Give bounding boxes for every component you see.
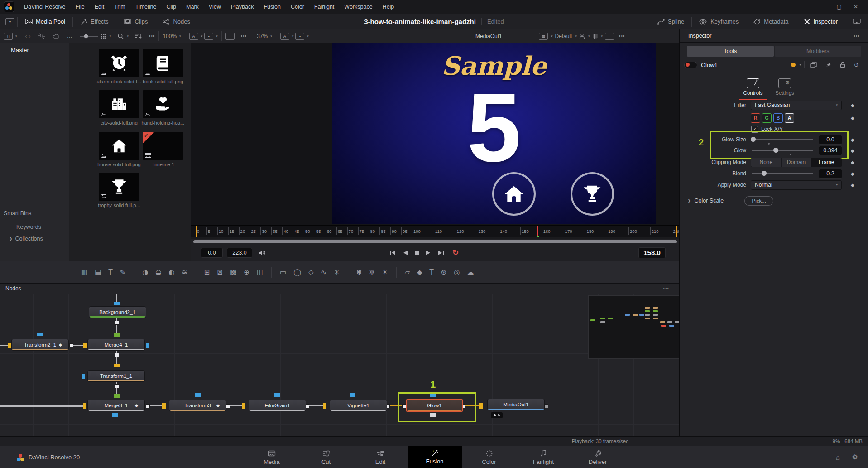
media-pool-more-icon[interactable]: ••• bbox=[149, 34, 155, 39]
cloud-icon[interactable] bbox=[53, 33, 60, 39]
range-end-field[interactable]: 223.0 bbox=[227, 248, 252, 258]
page-tab-cut[interactable]: Cut bbox=[299, 446, 353, 468]
delta-keyer-tool-icon[interactable]: ▩ bbox=[230, 268, 236, 276]
menu-trim[interactable]: Trim bbox=[109, 4, 130, 10]
quick-menu-chevron[interactable]: ▾ bbox=[5, 18, 14, 25]
reset-icon[interactable]: ↺ bbox=[854, 62, 859, 68]
keyframe-diamond-icon[interactable]: ◆ bbox=[851, 116, 854, 121]
panel-layout-icon[interactable] bbox=[845, 14, 868, 29]
node-merge3-1[interactable]: Merge3_1◆ bbox=[87, 400, 145, 411]
node-background2-1[interactable]: Background2_1 bbox=[89, 306, 146, 318]
minimap-viewport[interactable] bbox=[628, 311, 678, 328]
clip-house[interactable] bbox=[99, 132, 139, 160]
menu-workspace[interactable]: Workspace bbox=[339, 4, 377, 10]
menu-file[interactable]: File bbox=[70, 4, 89, 10]
viewer-panel[interactable]: Sample 5 bbox=[191, 43, 679, 225]
page-tab-media[interactable]: Media bbox=[245, 446, 299, 468]
home-project-icon[interactable]: ⌂ bbox=[836, 454, 840, 461]
viewer-more-left-icon[interactable]: ••• bbox=[241, 34, 247, 39]
clips-button[interactable]: Clips bbox=[116, 14, 155, 29]
grid-view-icon[interactable] bbox=[101, 34, 107, 39]
window-minimize-icon[interactable]: – bbox=[822, 4, 825, 10]
nodes-button[interactable]: Nodes bbox=[155, 14, 197, 29]
blur-tool-icon[interactable]: ≋ bbox=[182, 268, 187, 276]
pin-icon[interactable] bbox=[825, 62, 831, 68]
polygon-mask-tool-icon[interactable]: ◇ bbox=[308, 268, 314, 276]
keyframes-button[interactable]: Keyframes bbox=[692, 14, 746, 29]
current-frame-field[interactable]: 158.0 bbox=[638, 247, 666, 258]
viewer-a-icon[interactable]: A bbox=[280, 33, 289, 40]
hue-curves-tool-icon[interactable]: ◐ bbox=[168, 268, 174, 276]
keyframe-diamond-icon[interactable]: ◆ bbox=[851, 171, 854, 176]
menu-clip[interactable]: Clip bbox=[162, 4, 182, 10]
blend-value[interactable]: 0.2 bbox=[819, 169, 842, 179]
node-transform2-1[interactable]: Transform2_1◆ bbox=[11, 339, 69, 351]
clipping-frame-button[interactable]: Frame bbox=[811, 158, 841, 167]
keyframe-diamond-icon[interactable]: ◆ bbox=[851, 148, 854, 153]
menu-app[interactable]: DaVinci Resolve bbox=[19, 4, 70, 10]
page-tab-color[interactable]: Color bbox=[462, 446, 516, 468]
connection-line[interactable] bbox=[0, 405, 83, 407]
bin-panel-toggle-icon[interactable]: ▯ bbox=[4, 33, 13, 40]
node-merge4-1[interactable]: Merge4_1 bbox=[87, 339, 145, 351]
clip-timeline[interactable]: ✓ bbox=[143, 132, 183, 160]
page-tab-edit[interactable]: Edit bbox=[353, 446, 408, 468]
transform-tool-icon[interactable]: ⊞ bbox=[204, 268, 210, 276]
node-mediaout1[interactable]: MediaOut1 bbox=[487, 399, 545, 410]
timeline-ruler[interactable]: 0510152025303540455055606570758085909510… bbox=[191, 225, 679, 237]
timeline-scrollbar[interactable] bbox=[191, 239, 679, 245]
tab-tools[interactable]: Tools bbox=[687, 46, 774, 57]
viewer-fill-icon[interactable]: ▪ bbox=[295, 33, 304, 40]
smart-bin-collections[interactable]: ❯Collections bbox=[0, 233, 69, 245]
text-tool-icon[interactable]: T bbox=[108, 268, 112, 276]
media-in-tool-icon[interactable]: ▥ bbox=[81, 268, 87, 276]
connection-line[interactable] bbox=[73, 345, 83, 346]
particle-render-tool-icon[interactable]: ✴ bbox=[382, 268, 388, 276]
channel-g-button[interactable]: G bbox=[762, 113, 772, 123]
clipping-none-button[interactable]: None bbox=[751, 158, 782, 167]
clip-trophy[interactable] bbox=[99, 173, 139, 201]
dve-tool-icon[interactable]: ⊠ bbox=[217, 268, 223, 276]
more-options-icon[interactable]: ... bbox=[67, 34, 72, 39]
inspector-options-icon[interactable]: ••• bbox=[854, 34, 860, 39]
menu-mark[interactable]: Mark bbox=[181, 4, 204, 10]
output-socket[interactable] bbox=[115, 353, 119, 357]
window-close-icon[interactable]: ✕ bbox=[854, 4, 858, 10]
range-start-field[interactable]: 0.0 bbox=[201, 248, 223, 258]
renderer-3d-tool-icon[interactable]: ☁ bbox=[467, 268, 474, 276]
output-socket[interactable] bbox=[544, 404, 548, 408]
node-transform3[interactable]: Transform3◆ bbox=[169, 400, 226, 411]
grid-overlay-icon[interactable] bbox=[592, 33, 598, 39]
channel-b-button[interactable]: B bbox=[773, 113, 783, 123]
render-range-end-marker[interactable] bbox=[676, 226, 677, 237]
menu-playback[interactable]: Playback bbox=[226, 4, 259, 10]
stop-button[interactable] bbox=[414, 250, 419, 255]
merge-3d-tool-icon[interactable]: ⊛ bbox=[441, 268, 447, 276]
particle-image-tool-icon[interactable]: ✲ bbox=[369, 268, 375, 276]
node-transform1-1[interactable]: Transform1_1 bbox=[87, 370, 145, 382]
pick-color-button[interactable]: Pick... bbox=[744, 196, 773, 206]
blend-slider[interactable] bbox=[752, 173, 813, 174]
connection-line[interactable] bbox=[0, 345, 8, 346]
channel-a-button[interactable]: A bbox=[785, 113, 794, 123]
output-socket[interactable] bbox=[115, 384, 119, 388]
magic-mask-tool-icon[interactable]: ✳ bbox=[334, 268, 340, 276]
output-socket[interactable] bbox=[69, 343, 73, 347]
menu-edit[interactable]: Edit bbox=[90, 4, 110, 10]
metadata-button[interactable]: Metadata bbox=[746, 14, 796, 29]
connection-line[interactable] bbox=[116, 294, 117, 302]
copy-icon[interactable] bbox=[810, 62, 817, 68]
skip-to-start-button[interactable] bbox=[389, 250, 396, 256]
chevron-right-icon[interactable]: ❯ bbox=[687, 198, 691, 203]
sort-icon[interactable] bbox=[135, 33, 142, 39]
3d-person-icon[interactable] bbox=[579, 33, 585, 39]
tab-modifiers[interactable]: Modifiers bbox=[775, 46, 862, 57]
media-zoom-level[interactable]: 100% bbox=[163, 33, 177, 39]
media-pool-button[interactable]: Media Pool bbox=[18, 14, 72, 29]
audio-mute-icon[interactable] bbox=[259, 250, 266, 256]
menu-fusion[interactable]: Fusion bbox=[259, 4, 286, 10]
inspector-button[interactable]: Inspector bbox=[796, 14, 845, 29]
play-button[interactable] bbox=[426, 250, 431, 256]
output-socket[interactable] bbox=[226, 404, 230, 408]
fill-mode-icon[interactable]: ▪ bbox=[204, 33, 213, 40]
